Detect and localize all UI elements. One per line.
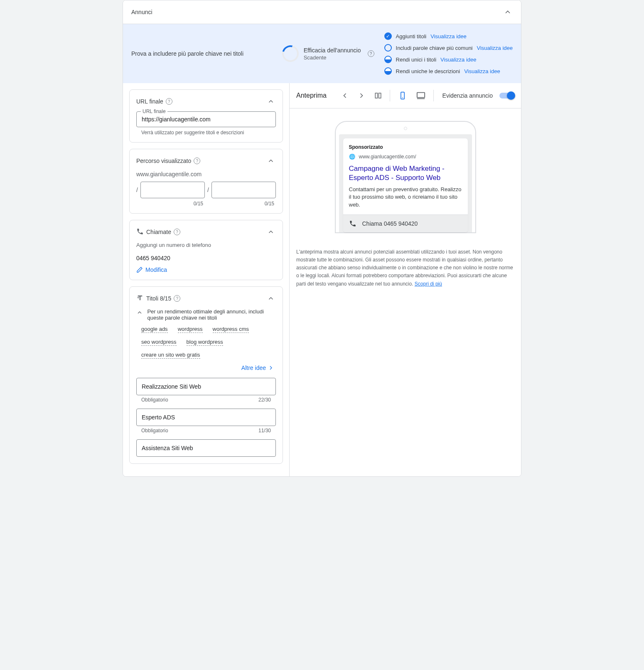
path1-counter: 0/15 [142,201,205,207]
tip-banner: Prova a includere più parole chiave nei … [123,24,521,83]
phone-preview: Sponsorizzato 🌐 www.gianlucagentile.com/… [335,121,476,233]
check-text: Aggiunti titoli [396,33,427,39]
kw-chip[interactable]: creare un sito web gratis [141,352,200,359]
more-ideas-link[interactable]: Altre idee [241,365,274,371]
card-title: URL finale [136,98,163,105]
next-button[interactable] [355,89,368,102]
ad-strength: Efficacia dell'annuncio Scadente ? [282,45,374,62]
compare-icon[interactable] [371,89,385,102]
path1-input[interactable] [141,182,204,198]
kw-chip[interactable]: seo wordpress [141,339,177,346]
display-domain: www.gianlucagentile.com [136,171,276,177]
text-icon [136,294,144,303]
sponsored-label: Sponsorizzato [349,144,462,150]
help-icon[interactable]: ? [368,50,374,57]
phone-notch-icon [404,127,407,130]
ad-title: Campagne di Web Marketing - Esperto ADS … [349,164,462,182]
section-title: Annunci [131,9,152,15]
tip-text: Prova a includere più parole chiave nei … [131,50,272,57]
section-header: Annunci [123,0,521,24]
check-filled-icon: ✓ [384,32,392,40]
ad-preview-card: Sponsorizzato 🌐 www.gianlucagentile.com/… [343,138,468,232]
collapse-icon[interactable] [503,7,513,17]
view-ideas-link[interactable]: Visualizza idee [430,33,466,39]
check-item-keywords: Includi parole chiave più comuni Visuali… [384,44,513,52]
check-item-unique-titles: Rendi unici i titoli Visualizza idee [384,56,513,63]
learn-more-link[interactable]: Scopri di più [415,281,442,287]
kw-chip[interactable]: google ads [141,326,168,333]
globe-icon: 🌐 [349,153,356,160]
more-ideas-label: Altre idee [241,365,266,371]
help-icon[interactable]: ? [194,158,200,164]
title-req: Obbligatorio [141,428,168,434]
title-input[interactable] [142,445,270,451]
phone-number: 0465 940420 [136,255,276,261]
title-req: Obbligatorio [141,397,168,403]
highlight-toggle[interactable] [499,93,514,99]
phone-icon [349,220,356,227]
kw-chip[interactable]: wordpress [178,326,203,333]
slash-sep: / [207,187,209,193]
kw-tip: Per un rendimento ottimale degli annunci… [147,308,276,321]
check-empty-icon [384,44,392,52]
ad-call-extension: Chiama 0465 940420 [343,214,468,232]
check-text: Rendi unici i titoli [396,57,437,63]
titles-card: Titoli 8/15 ? Per un rendimento ottimale… [129,286,283,464]
kw-chip[interactable]: blog wordpress [187,339,223,346]
view-ideas-link[interactable]: Visualizza idee [440,57,476,63]
title-count: 22/30 [258,397,271,403]
collapse-icon[interactable] [266,293,276,303]
title-field-1[interactable] [136,378,276,395]
help-icon[interactable]: ? [174,295,180,302]
efficacy-label: Efficacia dell'annuncio [304,47,361,54]
title-input[interactable] [142,414,270,421]
final-url-card: URL finale ? URL finale Verrà utilizzato… [129,89,283,143]
card-title: Chiamate [146,229,171,235]
view-ideas-link[interactable]: Visualizza idee [464,68,500,74]
mobile-view-button[interactable] [395,88,410,103]
collapse-icon[interactable] [266,96,276,106]
calls-subtitle: Aggiungi un numero di telefono [136,242,276,248]
view-ideas-link[interactable]: Visualizza idee [477,45,513,51]
check-half-icon [384,56,392,63]
slash-sep: / [136,187,138,193]
svg-rect-0 [375,93,377,98]
preview-toolbar: Anteprima Evidenzia annuncio [290,83,521,108]
strength-checklist: ✓ Aggiunti titoli Visualizza idee Includ… [384,32,513,75]
collapse-icon[interactable] [266,156,276,166]
phone-icon [136,228,144,236]
prev-button[interactable] [338,89,351,102]
check-half-icon [384,67,392,75]
collapse-icon[interactable] [266,227,276,237]
help-icon[interactable]: ? [174,229,180,235]
desktop-view-button[interactable] [413,88,428,103]
check-item-unique-desc: Rendi uniche le descrizioni Visualizza i… [384,67,513,75]
final-url-input[interactable] [142,116,270,123]
help-icon[interactable]: ? [166,98,172,105]
field-helper: Verrà utilizzato per suggerire titoli e … [141,130,276,135]
field-label: URL finale [141,108,167,114]
preview-disclaimer: L'anteprima mostra alcuni annunci potenz… [290,241,521,295]
title-field-3[interactable] [136,439,276,457]
calls-card: Chiamate ? Aggiungi un numero di telefon… [129,220,283,280]
pencil-icon [136,266,143,273]
check-text: Includi parole chiave più comuni [396,45,473,51]
ad-url: www.gianlucagentile.com/ [359,154,416,160]
path2-input[interactable] [212,182,275,198]
kw-collapse-icon[interactable] [136,308,143,318]
highlight-label: Evidenzia annuncio [442,92,493,99]
title-input[interactable] [142,383,270,390]
kw-chip[interactable]: wordpress cms [213,326,249,333]
title-count: 11/30 [258,428,271,434]
final-url-field[interactable]: URL finale [136,111,276,127]
edit-label: Modifica [145,266,167,273]
title-field-2[interactable] [136,409,276,426]
edit-link[interactable]: Modifica [136,266,276,273]
check-item-titles-added: ✓ Aggiunti titoli Visualizza idee [384,32,513,40]
preview-title: Anteprima [296,92,327,99]
chevron-right-icon [268,365,274,371]
svg-rect-1 [379,93,381,98]
efficacy-value: Scadente [304,54,361,61]
disclaimer-text: L'anteprima mostra alcuni annunci potenz… [296,249,513,287]
path2-counter: 0/15 [213,201,276,207]
